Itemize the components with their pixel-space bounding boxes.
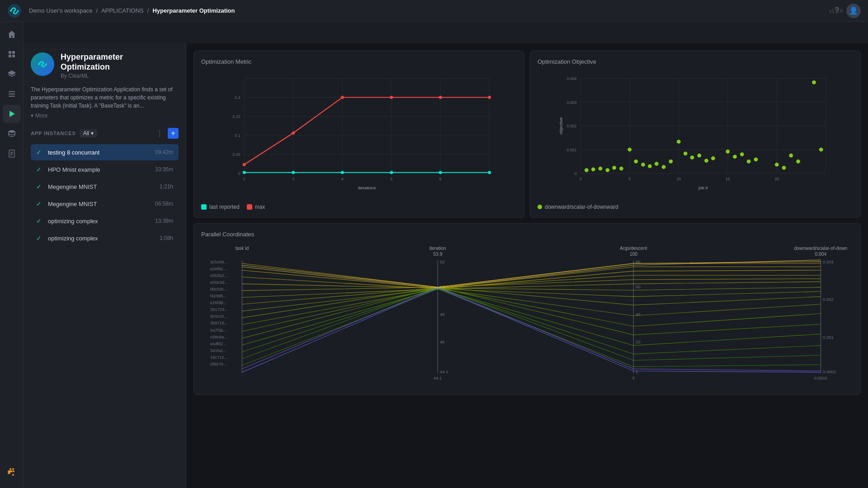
reports-icon[interactable] — [3, 145, 21, 163]
instance-item[interactable]: ✓ testing 8 concurrant 09:42m — [31, 144, 179, 160]
user-avatar[interactable]: 👤 — [846, 4, 861, 18]
svg-point-45 — [292, 131, 295, 135]
navbar-right: v1.5.0 ? 👤 — [835, 4, 861, 18]
svg-point-81 — [641, 163, 645, 167]
svg-text:341fa1...: 341fa1... — [210, 348, 227, 353]
svg-point-48 — [439, 96, 442, 99]
home-icon[interactable] — [3, 25, 21, 43]
svg-text:0.001: 0.001 — [823, 335, 834, 340]
instance-item[interactable]: ✓ optimizing complex 13:39m — [31, 213, 179, 229]
workspace-link[interactable]: Demo User's workspace — [29, 7, 92, 14]
svg-point-83 — [655, 162, 659, 166]
optimization-metric-card: Optimization Metric 0 0.05 0.1 — [193, 51, 524, 218]
instance-item[interactable]: ✓ optimizing complex 1:08h — [31, 230, 179, 246]
svg-text:48: 48 — [440, 312, 444, 317]
optimization-objective-title: Optimization Objective — [538, 58, 853, 65]
svg-point-90 — [704, 159, 708, 163]
svg-point-92 — [726, 150, 730, 154]
experiments-icon[interactable] — [3, 45, 21, 63]
apps-link[interactable]: APPLICATIONS — [101, 7, 144, 14]
instance-item[interactable]: ✓ Megengine MNIST 1:21h — [31, 178, 179, 195]
svg-point-38 — [243, 171, 246, 174]
svg-text:44.1: 44.1 — [440, 369, 448, 374]
svg-rect-4 — [12, 51, 15, 54]
svg-point-86 — [677, 140, 681, 144]
svg-point-95 — [747, 160, 751, 164]
main-layout: HyperparameterOptimization By ClearML Th… — [24, 43, 868, 488]
svg-point-91 — [711, 156, 715, 160]
layers-icon[interactable] — [3, 65, 21, 83]
sidebar-bottom — [3, 463, 21, 484]
svg-text:5: 5 — [636, 369, 638, 374]
svg-text:2: 2 — [243, 177, 245, 181]
svg-text:0.001: 0.001 — [567, 148, 577, 152]
instance-item[interactable]: ✓ Megengine MNIST 06:58m — [31, 196, 179, 212]
data-management-icon[interactable] — [3, 125, 21, 143]
svg-point-87 — [684, 151, 688, 155]
svg-text:objective: objective — [558, 117, 563, 135]
svg-text:6: 6 — [439, 177, 442, 181]
svg-text:0.0002: 0.0002 — [823, 369, 836, 374]
legend-label: max — [255, 204, 265, 210]
svg-text:d0c53c...: d0c53c... — [210, 286, 227, 291]
svg-text:0.003: 0.003 — [823, 259, 834, 264]
instance-time: 13:39m — [155, 218, 173, 224]
svg-point-2 — [17, 10, 19, 12]
svg-point-43 — [488, 171, 491, 174]
more-link[interactable]: ▾ More — [31, 113, 179, 119]
instance-item[interactable]: ✓ HPO Mnist example 33:35m — [31, 161, 179, 178]
clearml-logo[interactable] — [7, 4, 22, 18]
version-label: v1.5.0 — [829, 8, 843, 14]
svg-text:0.002: 0.002 — [567, 124, 577, 128]
svg-point-40 — [341, 171, 344, 174]
svg-text:0.004: 0.004 — [567, 76, 577, 81]
add-instance-button[interactable]: + — [168, 128, 179, 139]
svg-point-1 — [10, 10, 12, 12]
svg-point-41 — [390, 171, 393, 174]
instance-name: Megengine MNIST — [48, 183, 155, 190]
legend-color — [201, 204, 207, 210]
svg-text:0f8570...: 0f8570... — [210, 361, 227, 366]
legend-last-reported: last reported — [201, 204, 240, 210]
instance-name: testing 8 concurrant — [48, 149, 151, 156]
svg-text:44.1: 44.1 — [434, 375, 442, 380]
svg-text:e00e3d...: e00e3d... — [210, 280, 228, 285]
instances-list: ✓ testing 8 concurrant 09:42m ✓ HPO Mnis… — [31, 144, 179, 246]
filter-button[interactable]: All ▾ — [80, 129, 97, 137]
svg-text:c58c8a...: c58c8a... — [210, 334, 227, 339]
app-description: The Hyperparameter Optimization Applicat… — [31, 85, 179, 110]
instances-actions: ⋮ + — [154, 128, 179, 139]
svg-text:downward/scalar-of-down: downward/scalar-of-down — [794, 246, 847, 251]
svg-text:0: 0 — [575, 171, 577, 176]
svg-text:20: 20 — [636, 339, 640, 344]
svg-text:5: 5 — [390, 177, 392, 181]
svg-text:5: 5 — [628, 177, 631, 181]
svg-text:f42995...: f42995... — [210, 293, 227, 298]
svg-point-8 — [9, 130, 15, 133]
instances-menu-button[interactable]: ⋮ — [154, 128, 165, 139]
svg-text:5a7fda...: 5a7fda... — [210, 328, 227, 333]
check-icon: ✓ — [36, 166, 43, 173]
left-panel: HyperparameterOptimization By ClearML Th… — [24, 43, 186, 488]
parallel-coordinates-container: task id iteration 53.9 Args/descent 100 … — [201, 241, 853, 387]
svg-text:46: 46 — [440, 339, 444, 344]
legend-downward: downward/scalar-of-downward — [538, 204, 618, 210]
pipeline-icon[interactable] — [3, 85, 21, 103]
optimization-metric-legend: last reported max — [201, 204, 517, 210]
applications-icon[interactable] — [3, 105, 21, 123]
svg-rect-6 — [12, 55, 15, 57]
svg-point-75 — [599, 167, 603, 171]
svg-text:a2ef81...: a2ef81... — [210, 266, 227, 271]
svg-text:iteration: iteration — [429, 246, 446, 251]
svg-text:18c712...: 18c712... — [210, 355, 228, 360]
legend-label: downward/scalar-of-downward — [545, 204, 618, 210]
instance-time: 1:08h — [160, 235, 173, 241]
app-title: HyperparameterOptimization — [61, 52, 123, 72]
svg-text:task id: task id — [235, 246, 249, 251]
svg-point-98 — [782, 166, 786, 170]
slack-icon[interactable] — [3, 463, 21, 481]
svg-point-88 — [690, 155, 694, 160]
svg-rect-5 — [9, 55, 11, 57]
svg-text:3c5c59...: 3c5c59... — [210, 259, 227, 264]
svg-point-102 — [819, 148, 823, 152]
